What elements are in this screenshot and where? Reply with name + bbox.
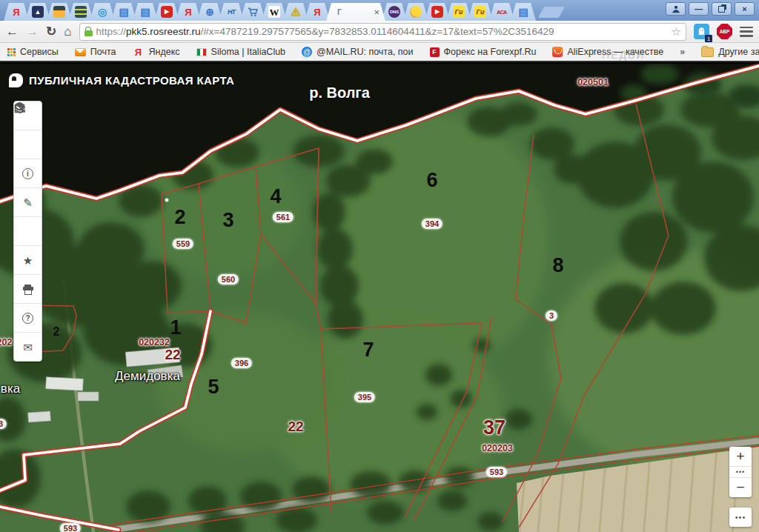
zoom-levels-button[interactable]: •••	[729, 466, 752, 478]
bookmark-yandex[interactable]: ЯЯндекс	[133, 46, 180, 58]
tab-news-3[interactable]: ▤	[511, 3, 536, 21]
tab-gu-1[interactable]: Гu	[446, 3, 471, 21]
tab-duck[interactable]	[403, 3, 428, 21]
profile-button[interactable]	[666, 2, 686, 16]
screen: { "browser": { "icons": { "yandex": "Я",…	[0, 0, 759, 532]
feedback-button[interactable]: ✉	[14, 333, 42, 361]
bookmark-label: Siloma | ItaliaClub	[211, 47, 286, 57]
bookmark-mailru[interactable]: @@MAIL.RU: почта, пои	[302, 47, 413, 57]
zoom-out-button[interactable]: −	[729, 478, 752, 497]
zoom-in-button[interactable]: +	[729, 447, 752, 466]
bookmarks-overflow-button[interactable]: »	[680, 47, 685, 57]
tab-gu-2[interactable]: Гu	[468, 3, 493, 21]
ghostery-extension-button[interactable]: 1	[694, 24, 709, 39]
bookmark-star-icon[interactable]: ☆	[672, 25, 681, 39]
tab-notes[interactable]	[68, 3, 93, 21]
ghostery-badge: 1	[705, 35, 712, 42]
tab-aca[interactable]: АСА	[489, 3, 514, 21]
pencil-icon: ✎	[23, 197, 33, 208]
gu-icon: Гu	[453, 6, 465, 18]
bookmark-label: AliExpress — качестве	[567, 47, 663, 57]
tab-news-2[interactable]: ▤	[133, 3, 158, 21]
tab-ntv[interactable]: НТ	[219, 3, 244, 21]
tab-dns[interactable]: DNS	[382, 3, 407, 21]
photo-icon	[53, 6, 65, 18]
address-bar[interactable]: https://pkk5.rosreestr.ru/#x=4787219.297…	[79, 23, 686, 41]
draw-button[interactable]: ✎	[14, 188, 42, 217]
dns-icon: DNS	[388, 6, 400, 18]
tab-wikipedia[interactable]: W	[262, 3, 287, 21]
bookmark-mail[interactable]: Почта	[75, 47, 116, 57]
home-button[interactable]: ⌂	[64, 25, 71, 38]
bookmark-label: Сервисы	[20, 47, 59, 57]
forex-icon: F	[430, 47, 440, 57]
minimize-button[interactable]: —	[689, 2, 709, 16]
page-favicon: Г	[334, 6, 345, 18]
tab-cart[interactable]	[240, 3, 265, 21]
tab-mountain[interactable]: ▲	[25, 3, 50, 21]
bookmark-label: Форекс на Forexpf.Ru	[444, 47, 537, 57]
folder-icon	[701, 47, 714, 57]
tab-yandex-2[interactable]: Я	[176, 3, 201, 21]
window-controls: — ×	[666, 2, 755, 16]
ntv-icon: НТ	[225, 6, 237, 18]
mountain-icon: ▲	[32, 6, 44, 18]
restore-button[interactable]	[712, 2, 732, 16]
close-button[interactable]: ×	[735, 2, 755, 16]
tab-yandex-3[interactable]: Я	[305, 3, 330, 21]
bookmark-label: Другие закладки	[718, 47, 759, 57]
yandex-icon: Я	[182, 6, 194, 18]
user-icon	[672, 4, 680, 13]
cart-icon	[247, 6, 259, 18]
printer-icon	[23, 285, 33, 294]
tab-active-pkk[interactable]: Г ×	[326, 3, 385, 21]
new-tab-button[interactable]	[538, 7, 565, 18]
back-button[interactable]: ←	[6, 25, 19, 38]
tab-strip: Я ▲ ◎ ▤ ▤ ▶ Я ⊕ НТ W ⚠ Я Г × DNS ▶ Гu Гu…	[0, 0, 759, 21]
target-icon: ◎	[96, 6, 108, 18]
tab-yandex[interactable]: Я	[4, 3, 29, 21]
bookmarks-bar: Сервисы Почта ЯЯндекс Siloma | ItaliaClu…	[0, 43, 759, 62]
satellite-layer	[0, 64, 759, 532]
bookmark-forex[interactable]: FФорекс на Forexpf.Ru	[430, 47, 537, 57]
tab-warning[interactable]: ⚠	[283, 3, 308, 21]
map-tool-sidebar: i ✎ ★ ? ✉	[13, 101, 42, 362]
measure-icon	[14, 102, 26, 113]
info-button[interactable]: i	[14, 159, 42, 188]
warning-icon: ⚠	[290, 6, 302, 18]
close-tab-icon[interactable]: ×	[374, 7, 380, 18]
reload-button[interactable]: ↻	[46, 25, 56, 38]
https-lock-icon[interactable]	[84, 27, 93, 36]
envelope-icon	[75, 48, 86, 56]
tab-photos[interactable]	[47, 3, 72, 21]
site-title: ПУБЛИЧНАЯ КАДАСТРОВАЯ КАРТА	[29, 74, 234, 87]
tab-youtube-2[interactable]: ▶	[425, 3, 450, 21]
more-tools-button[interactable]: •••	[729, 508, 752, 527]
bookmark-aliexpress[interactable]: AliExpress — качестве	[552, 47, 663, 57]
measure-button[interactable]	[14, 217, 42, 246]
tab-news-1[interactable]: ▤	[111, 3, 136, 21]
tab-youtube-1[interactable]: ▶	[154, 3, 179, 21]
forward-button[interactable]: →	[26, 25, 39, 38]
bookmark-services[interactable]: Сервисы	[7, 47, 59, 57]
other-bookmarks-button[interactable]: Другие закладки	[701, 47, 759, 57]
site-header: ПУБЛИЧНАЯ КАДАСТРОВАЯ КАРТА	[9, 73, 234, 87]
aliexpress-icon	[552, 47, 563, 57]
map-canvas[interactable]: ПУБЛИЧНАЯ КАДАСТРОВАЯ КАРТА р. Волга 020…	[0, 64, 759, 532]
info-icon: i	[22, 168, 33, 179]
adblock-extension-button[interactable]: ABP	[717, 24, 732, 39]
help-button[interactable]: ?	[14, 304, 42, 333]
bookmark-label: @MAIL.RU: почта, пои	[316, 47, 413, 57]
tab-globe[interactable]: ⊕	[197, 3, 222, 21]
globe-icon: ⊕	[204, 6, 216, 18]
bookmark-label: Почта	[90, 47, 116, 57]
browser-menu-button[interactable]	[740, 27, 753, 37]
favorites-button[interactable]: ★	[14, 246, 42, 275]
search-button[interactable]	[14, 130, 42, 159]
duck-icon	[410, 6, 422, 18]
tab-target[interactable]: ◎	[90, 3, 115, 21]
print-button[interactable]	[14, 275, 42, 304]
url-scheme: https://	[96, 26, 127, 37]
rosreestr-logo-icon	[9, 73, 23, 87]
bookmark-italiaclub[interactable]: Siloma | ItaliaClub	[196, 47, 286, 57]
